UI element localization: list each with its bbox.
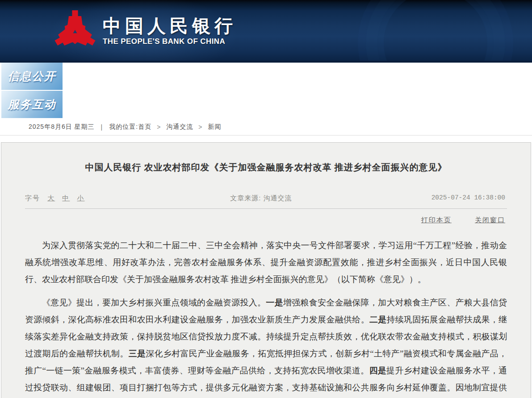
nav-item[interactable]: 下载中心 [204,105,251,119]
header-guilloche-watermark [366,0,505,61]
nav-item[interactable]: 学术交流 [298,76,345,90]
nav-menu: 新闻发布法律法规货币政策宏观审慎信贷政策金融市场金融稳定调查统计银行会计支付体系… [63,63,532,90]
article-meta: 字号 大 中 小 文章来源: 沟通交流 2025-07-24 16:38:00 [25,194,507,204]
nav-item[interactable]: 网送文告 [63,105,110,119]
nav-item[interactable]: 央行研究 [251,91,298,105]
article-source: 文章来源: 沟通交流 [230,194,292,203]
nav-menu: 政务公开政策解读公告信息图文直播央行研究音频视频市场动态网上展厅报告下载报刊年鉴… [63,91,532,118]
nav-item[interactable]: 党建工作 [438,76,485,90]
nav-item[interactable]: 人员招录 [251,76,298,90]
nav-item[interactable]: 关于我们 [391,105,438,119]
nav-cell-empty [485,76,532,90]
nav-item[interactable]: 报告下载 [438,91,485,105]
nav-section: 信息公开新闻发布法律法规货币政策宏观审慎信贷政策金融市场金融稳定调查统计银行会计… [0,63,532,91]
nav-item[interactable]: 征信管理 [344,76,391,90]
nav-item[interactable]: 金融科技 [63,76,110,90]
nav-item[interactable]: 政策解读 [110,91,157,105]
nav-item[interactable]: 图文直播 [204,91,251,105]
nav-item[interactable]: 政务公开 [63,91,110,105]
font-size-medium-button[interactable]: 中 [62,194,70,202]
nav-item[interactable]: 反洗钱 [391,76,438,90]
article-paragraph: 《意见》提出，要加大乡村振兴重点领域的金融资源投入。一是增强粮食安全金融保障，加… [25,294,507,398]
nav-item[interactable]: 网上展厅 [391,91,438,105]
nav-item[interactable]: 在线申报 [157,105,204,119]
nav-item[interactable]: 宏观审慎 [204,63,251,76]
print-page-link[interactable]: 打印本页 [421,216,452,224]
site-title-cn: 中国人民银行 [103,16,237,36]
nav-section: 服务互动政务公开政策解读公告信息图文直播央行研究音频视频市场动态网上展厅报告下载… [0,91,532,119]
location-label: 我的位置: [109,123,138,131]
site-title-en: THE PEOPLE'S BANK OF CHINA [103,37,237,46]
nav-item[interactable]: 调查统计 [391,63,438,76]
current-date: 2025年8月6日 星期三 [29,123,95,131]
nav-item[interactable]: 法律法规 [110,63,157,76]
pboc-emblem-icon [54,9,96,53]
breadcrumb-home[interactable]: 首页 [138,123,151,131]
breadcrumb-pipe: | [101,123,103,131]
nav-item[interactable]: 金融稳定 [344,63,391,76]
nav-section-label[interactable]: 服务互动 [1,91,63,118]
nav-section-label[interactable]: 信息公开 [1,63,63,90]
article-body: 为深入贯彻落实党的二十大和二十届二中、三中全会精神，落实中央一号文件部署要求，学… [25,237,507,398]
nav-item[interactable]: 经理国库 [157,76,204,90]
nav-cell-empty [438,105,485,119]
page-action-links: 打印本页 关闭窗口 [27,216,505,224]
nav-item[interactable]: 金融市场 [298,63,345,76]
breadcrumb-arrow: > [198,123,202,131]
font-size-label: 字号 [25,194,40,202]
article-paragraph: 为深入贯彻落实党的二十大和二十届二中、三中全会精神，落实中央一号文件部署要求，学… [25,237,507,288]
nav-item[interactable]: 国际交往 [204,76,251,90]
nav-item[interactable]: 市场动态 [344,91,391,105]
meta-divider [25,208,507,209]
nav-item[interactable]: 音频视频 [298,91,345,105]
site-logo-link[interactable]: 中国人民银行 THE PEOPLE'S BANK OF CHINA [54,9,237,53]
nav-item[interactable]: 公告信息 [157,91,204,105]
nav-item[interactable]: 支付体系 [485,63,532,76]
article-title: 中国人民银行 农业农村部印发《关于加强金融服务农村改革 推进乡村全面振兴的意见》 [1,161,531,174]
close-window-link[interactable]: 关闭窗口 [475,216,505,224]
font-size-small-button[interactable]: 小 [77,194,85,202]
nav-item[interactable]: 新闻发布 [63,63,110,76]
breadcrumb: 2025年8月6日 星期三 | 我的位置: 首页 > 沟通交流 > 新闻 [0,119,532,135]
breadcrumb-news[interactable]: 新闻 [208,123,222,131]
main-nav: 信息公开新闻发布法律法规货币政策宏观审慎信贷政策金融市场金融稳定调查统计银行会计… [0,63,532,119]
article-datetime: 2025-07-24 16:38:00 [431,194,505,201]
nav-item[interactable]: 人民币 [110,76,157,90]
nav-cell-empty [485,105,532,119]
font-size-control: 字号 大 中 小 [25,194,85,203]
nav-item[interactable]: 货币政策 [157,63,204,76]
brand-text: 中国人民银行 THE PEOPLE'S BANK OF CHINA [103,9,237,46]
nav-item[interactable]: 银行会计 [438,63,485,76]
font-size-large-button[interactable]: 大 [47,194,55,202]
nav-item[interactable]: 金融知识 [344,105,391,119]
breadcrumb-arrow: > [157,123,161,131]
nav-item[interactable]: 信贷政策 [251,63,298,76]
article-panel: 中国人民银行 农业农村部印发《关于加强金融服务农村改革 推进乡村全面振兴的意见》… [1,142,531,398]
site-header: 中国人民银行 THE PEOPLE'S BANK OF CHINA [0,0,532,61]
nav-item[interactable]: 网上调查 [251,105,298,119]
nav-item[interactable]: 办事大厅 [110,105,157,119]
breadcrumb-communication[interactable]: 沟通交流 [166,123,193,131]
nav-item[interactable]: 报刊年鉴 [485,91,532,105]
nav-item[interactable]: 意见征集 [298,105,345,119]
